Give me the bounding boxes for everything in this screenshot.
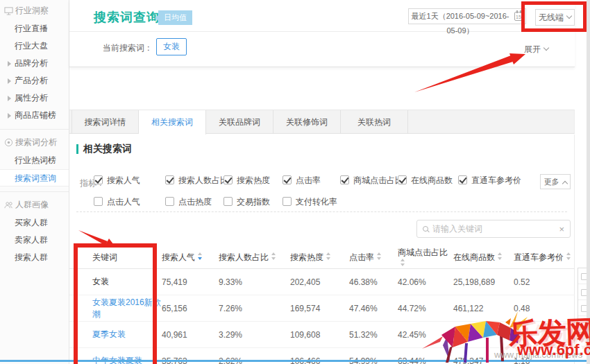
metric-checkbox-search-heat[interactable]: 搜索热度 [224, 175, 270, 187]
sidebar-divider [0, 129, 69, 130]
tab-search-term-detail[interactable]: 搜索词详情 [71, 110, 139, 133]
col-header-search-popularity[interactable]: 搜索人气 [162, 252, 219, 263]
checkbox-icon [94, 175, 103, 184]
expand-link[interactable]: 展开 [524, 44, 548, 55]
col-header-search-heat[interactable]: 搜索热度 [290, 252, 349, 263]
metric-checkbox-searcher-share[interactable]: 搜索人数占比 [165, 175, 228, 187]
bottom-cut-element [0, 360, 587, 362]
table-row: 夏季女装 40,961 3.29% 109,608 51.32% 42.45% … [69, 322, 575, 348]
table-header-row: 关键词 搜索人气 搜索人数占比 搜索热度 点击率 商城点击占比 在线商品数 直通… [69, 246, 575, 269]
checkbox-icon [458, 175, 467, 184]
keywords-table: 关键词 搜索人气 搜索人数占比 搜索热度 点击率 商城点击占比 在线商品数 直通… [69, 246, 575, 364]
metric-checkbox-pay-conversion[interactable]: 支付转化率 [283, 196, 337, 208]
sort-icon[interactable] [271, 252, 276, 260]
sidebar-section-audience[interactable]: 人群画像 [0, 196, 69, 214]
sort-icon[interactable] [401, 259, 405, 266]
page-title: 搜索词查询 [94, 9, 160, 26]
tab-related-hot-words[interactable]: 关联热词 [341, 110, 408, 133]
metric-checkbox-online-products[interactable]: 在线商品数 [398, 175, 453, 187]
col-header-searcher-share[interactable]: 搜索人数占比 [219, 252, 290, 263]
chevron-up-icon [562, 181, 567, 187]
checkbox-icon [283, 197, 292, 206]
sort-icon[interactable] [498, 252, 503, 260]
sidebar-item-shop-ranking[interactable]: 商品店铺榜 [0, 107, 69, 124]
metric-checkbox-ztc-ref-price[interactable]: 直通车参考价 [458, 175, 521, 187]
clear-icon[interactable]: × [559, 224, 564, 234]
metric-checkbox-search-popularity[interactable]: 搜索人气 [94, 175, 140, 187]
checkbox-icon [165, 175, 174, 184]
sidebar-section-industry-insight[interactable]: 行业洞察 [0, 1, 69, 20]
table-row: 女装夏装2016新款潮 65,156 7.26% 169,574 47.46% … [69, 295, 575, 322]
col-header-keyword: 关键词 [92, 252, 162, 263]
keyword-search-box: × [416, 220, 571, 238]
checkbox-icon [165, 197, 174, 206]
metric-checkbox-click-heat[interactable]: 点击热度 [165, 196, 212, 208]
search-icon [423, 226, 428, 232]
dashed-divider [76, 211, 567, 212]
search-input[interactable] [432, 224, 559, 234]
col-header-mall-click-share[interactable]: 商城点击占比 [398, 247, 453, 268]
header-top-row: 搜索词查询 日均值 最近1天（2016-05-09~2016-05-09） 15… [69, 0, 575, 32]
tab-related-brand-words[interactable]: 关联品牌词 [206, 110, 273, 133]
metric-checkbox-click-popularity[interactable]: 点击人气 [94, 196, 140, 208]
sidebar-item-sellers[interactable]: 卖家人群 [0, 232, 69, 249]
sidebar-item-label: 行业洞察 [15, 6, 49, 15]
sidebar-item-brand-analysis[interactable]: 品牌分析 [0, 55, 69, 72]
target-icon [4, 138, 13, 147]
sidebar-section-search-analysis[interactable]: 搜索词分析 [0, 133, 69, 152]
chevron-down-icon [566, 13, 572, 19]
sort-icon[interactable] [566, 252, 571, 260]
calendar-icon[interactable]: 15 [512, 8, 526, 24]
monitor-icon [4, 6, 13, 15]
sort-icon[interactable] [326, 252, 331, 260]
sidebar-item-product-analysis[interactable]: 产品分析 [0, 72, 69, 89]
tab-related-search-terms[interactable]: 相关搜索词 [139, 110, 206, 135]
sidebar-item-industry-market[interactable]: 行业大盘 [0, 37, 69, 55]
section-header: 相关搜索词 [76, 143, 132, 155]
tab-related-modifier-words[interactable]: 关联修饰词 [273, 110, 341, 133]
sidebar-item-industry-live[interactable]: 行业直播 [0, 20, 69, 37]
sidebar-item-hot-words[interactable]: 行业热词榜 [0, 152, 69, 169]
col-header-ztc-ref-price[interactable]: 直通车参考价 [514, 252, 575, 263]
more-metrics-button[interactable]: 更多 [540, 174, 571, 189]
scrollbar[interactable] [587, 0, 590, 364]
main-content: 相关搜索词 指标： 搜索人气 搜索人数占比 搜索热度 点击率 商城点击占比 在线… [69, 135, 575, 364]
sidebar-item-searchers[interactable]: 搜索人群 [0, 249, 69, 266]
sidebar: 行业洞察 行业直播 行业大盘 品牌分析 产品分析 属性分析 商品店铺榜 搜索词分… [0, 0, 69, 364]
section-title: 相关搜索词 [83, 143, 132, 155]
date-range-selector[interactable]: 最近1天（2016-05-09~2016-05-09） [408, 8, 512, 24]
checkbox-icon [283, 175, 292, 184]
sidebar-item-attribute-analysis[interactable]: 属性分析 [0, 89, 69, 107]
checkbox-icon [224, 197, 233, 206]
current-term-label: 当前搜索词： [103, 42, 153, 54]
current-term-chip[interactable]: 女装 [156, 38, 187, 55]
people-icon [4, 200, 13, 209]
table-body: 女装 75,419 9.33% 202,405 46.38% 42.06% 25… [69, 269, 575, 364]
metric-checkbox-ctr[interactable]: 点击率 [283, 175, 321, 187]
checkbox-icon [224, 175, 233, 184]
keyword-cell: 女装 [92, 276, 162, 288]
keyword-link[interactable]: 夏季女装 [92, 329, 162, 340]
metric-checkbox-mall-click-share[interactable]: 商城点击占比 [340, 175, 403, 187]
sort-icon[interactable] [198, 252, 203, 260]
sort-icon[interactable] [377, 252, 382, 260]
sidebar-item-buyers[interactable]: 买家人群 [0, 214, 69, 232]
checkbox-icon [398, 175, 407, 184]
chevron-down-icon [543, 45, 549, 51]
terminal-dropdown[interactable]: 无线端 [535, 9, 575, 26]
header: 搜索词查询 日均值 最近1天（2016-05-09~2016-05-09） 15… [69, 0, 575, 67]
checkbox-icon [94, 197, 103, 206]
sidebar-divider [0, 191, 69, 192]
sidebar-item-search-query[interactable]: 搜索词查询 [0, 169, 69, 187]
section-accent-bar [76, 144, 78, 154]
keyword-link[interactable]: 女装夏装2016新款潮 [92, 297, 162, 320]
metric-checkbox-trade-index[interactable]: 交易指数 [224, 196, 270, 208]
page: 行业洞察 行业直播 行业大盘 品牌分析 产品分析 属性分析 商品店铺榜 搜索词分… [0, 0, 590, 364]
col-header-online-products[interactable]: 在线商品数 [453, 252, 514, 263]
tab-bar: 搜索词详情 相关搜索词 关联品牌词 关联修饰词 关联热词 [69, 110, 575, 134]
col-header-ctr[interactable]: 点击率 [349, 252, 398, 263]
daily-average-badge: 日均值 [158, 10, 192, 25]
table-row: 女装 75,419 9.33% 202,405 46.38% 42.06% 25… [69, 269, 575, 295]
checkbox-icon [340, 175, 349, 184]
